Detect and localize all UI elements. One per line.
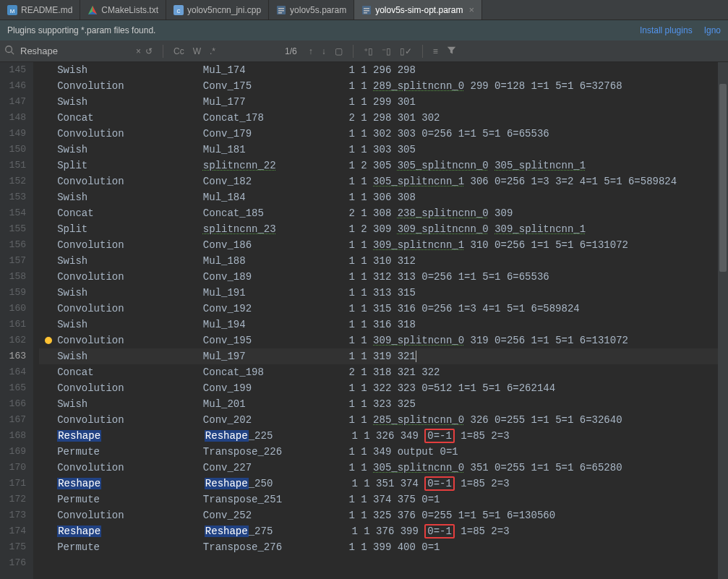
code-line[interactable]: Reshape Reshape_250 1 1 351 374 0=-1 1=8… <box>39 476 718 492</box>
next-match-icon[interactable]: ↓ <box>322 46 326 56</box>
highlighted-param: 0=-1 <box>424 476 455 491</box>
line-number: 171 <box>0 476 26 492</box>
plugin-notice: Plugins supporting *.param files found. … <box>0 20 728 40</box>
svg-rect-8 <box>278 8 284 9</box>
code-line[interactable]: Split splitncnn_22 1 2 305 305_splitncnn… <box>39 158 718 173</box>
tab-label: yolov5s.param <box>290 5 346 15</box>
code-line[interactable]: Convolution Conv_252 1 1 325 376 0=255 1… <box>39 507 718 523</box>
find-history-icon[interactable]: ↺ <box>145 46 153 56</box>
param-file-icon <box>276 5 286 15</box>
select-all-icon[interactable]: ▢ <box>335 46 343 56</box>
code-area[interactable]: Swish Mul_174 1 1 296 298 Convolution Co… <box>33 62 718 579</box>
line-number: 149 <box>0 126 26 142</box>
code-line[interactable]: Reshape Reshape_225 1 1 326 349 0=-1 1=8… <box>39 428 718 444</box>
tab-CMakeLists-txt[interactable]: CMakeLists.txt <box>80 0 166 20</box>
code-line[interactable]: Swish Mul_188 1 1 310 312 <box>39 253 718 269</box>
code-line[interactable] <box>39 555 718 571</box>
code-line[interactable]: Convolution Conv_199 1 1 322 323 0=512 1… <box>39 380 718 396</box>
line-number: 153 <box>0 189 26 205</box>
line-number: 150 <box>0 142 26 158</box>
code-line[interactable]: Convolution Conv_186 1 1 309_splitncnn_1… <box>39 237 718 253</box>
code-line[interactable]: Swish Mul_197 1 1 319 321 <box>39 348 718 364</box>
code-line[interactable]: Permute Transpose_226 1 1 349 output 0=1 <box>39 444 718 460</box>
close-icon[interactable]: × <box>469 4 475 15</box>
tab-label: yolov5s-sim-opt.param <box>375 5 463 15</box>
code-line[interactable]: Convolution Conv_195 1 1 309_splitncnn_0… <box>39 333 718 348</box>
vertical-scrollbar[interactable] <box>718 62 728 579</box>
editor-tabs: MREADME.mdCMakeLists.txtCyolov5ncnn_jni.… <box>0 0 728 20</box>
scrollbar-thumb[interactable] <box>719 84 727 272</box>
code-line[interactable]: Convolution Conv_182 1 1 305_splitncnn_1… <box>39 173 718 189</box>
code-line[interactable]: Swish Mul_184 1 1 306 308 <box>39 189 718 205</box>
find-clear-icon[interactable]: × <box>136 46 141 56</box>
regex-toggle[interactable]: .* <box>210 46 215 56</box>
add-selection-icon[interactable]: ⁺▯ <box>364 46 373 56</box>
line-number: 157 <box>0 253 26 269</box>
tab-README-md[interactable]: MREADME.md <box>0 0 80 20</box>
tab-label: yolov5ncnn_jni.cpp <box>187 5 261 15</box>
code-line[interactable]: Concat Concat_198 2 1 318 321 322 <box>39 364 718 380</box>
code-line[interactable]: Convolution Conv_192 1 1 315 316 0=256 1… <box>39 301 718 317</box>
code-line[interactable]: Swish Mul_177 1 1 299 301 <box>39 94 718 110</box>
code-line[interactable]: Convolution Conv_202 1 1 285_splitncnn_0… <box>39 412 718 428</box>
tab-yolov5s-sim-opt-param[interactable]: yolov5s-sim-opt.param× <box>354 0 482 20</box>
code-line[interactable]: Swish Mul_194 1 1 316 318 <box>39 317 718 333</box>
code-line[interactable]: Swish Mul_174 1 1 296 298 <box>39 62 718 78</box>
code-line[interactable]: Swish Mul_191 1 1 313 315 <box>39 285 718 301</box>
md-file-icon: M <box>7 5 17 15</box>
toggle-selection-icon[interactable]: ≡ <box>433 46 438 56</box>
code-line[interactable]: Split splitncnn_23 1 2 309 309_splitncnn… <box>39 221 718 237</box>
code-line[interactable]: Convolution Conv_175 1 1 289_splitncnn_0… <box>39 78 718 94</box>
tab-label: README.md <box>21 5 72 15</box>
highlighted-param: 0=-1 <box>424 429 455 443</box>
svg-rect-12 <box>364 8 369 9</box>
code-line[interactable]: Permute Transpose_276 1 1 399 400 0=1 <box>39 539 718 555</box>
code-line[interactable]: Convolution Conv_179 1 1 302 303 0=256 1… <box>39 126 718 142</box>
svg-point-15 <box>6 46 12 53</box>
match-case-toggle[interactable]: Cc <box>174 46 184 56</box>
ignore-link[interactable]: Igno <box>704 25 721 35</box>
line-number: 172 <box>0 492 26 507</box>
words-toggle[interactable]: W <box>193 46 201 56</box>
line-number: 145 <box>0 62 26 78</box>
notice-text: Plugins supporting *.param files found. <box>7 25 155 35</box>
code-line[interactable]: Reshape Reshape_275 1 1 376 399 0=-1 1=8… <box>39 523 718 539</box>
line-number: 165 <box>0 380 26 396</box>
tab-yolov5ncnn_jni-cpp[interactable]: Cyolov5ncnn_jni.cpp <box>166 0 269 20</box>
code-line[interactable]: Convolution Conv_189 1 1 312 313 0=256 1… <box>39 269 718 285</box>
remove-selection-icon[interactable]: ⁻▯ <box>382 46 391 56</box>
line-number: 176 <box>0 555 26 571</box>
search-icon <box>4 45 14 57</box>
code-line[interactable]: Concat Concat_178 2 1 298 301 302 <box>39 110 718 126</box>
line-number: 166 <box>0 396 26 412</box>
line-number: 156 <box>0 237 26 253</box>
select-all-occurrences-icon[interactable]: ▯✓ <box>400 46 412 56</box>
tab-yolov5s-param[interactable]: yolov5s.param <box>269 0 354 20</box>
svg-rect-13 <box>364 10 369 12</box>
line-number: 162 <box>0 333 26 348</box>
find-counter: 1/6 <box>285 46 297 56</box>
line-number: 174 <box>0 523 26 539</box>
line-number: 175 <box>0 539 26 555</box>
line-number: 152 <box>0 173 26 189</box>
code-line[interactable]: Swish Mul_181 1 1 303 305 <box>39 142 718 158</box>
code-line[interactable]: Swish Mul_201 1 1 323 325 <box>39 396 718 412</box>
filter-icon[interactable] <box>447 46 456 57</box>
svg-rect-10 <box>278 12 282 14</box>
find-bar: × ↺ Cc W .* 1/6 ↑ ↓ ▢ ⁺▯ ⁻▯ ▯✓ ≡ <box>0 40 728 62</box>
cpp-file-icon: C <box>174 5 184 15</box>
line-number: 159 <box>0 285 26 301</box>
prev-match-icon[interactable]: ↑ <box>309 46 313 56</box>
line-number: 164 <box>0 364 26 380</box>
install-plugins-link[interactable]: Install plugins <box>640 25 693 35</box>
line-number: 168 <box>0 428 26 444</box>
code-line[interactable]: Convolution Conv_227 1 1 305_splitncnn_0… <box>39 460 718 476</box>
code-line[interactable]: Permute Transpose_251 1 1 374 375 0=1 <box>39 492 718 507</box>
code-line[interactable]: Concat Concat_185 2 1 308 238_splitncnn_… <box>39 205 718 221</box>
find-input[interactable] <box>20 46 129 56</box>
cmake-file-icon <box>87 5 98 15</box>
line-number: 154 <box>0 205 26 221</box>
svg-rect-9 <box>278 10 284 12</box>
line-number: 148 <box>0 110 26 126</box>
highlighted-param: 0=-1 <box>424 524 455 539</box>
